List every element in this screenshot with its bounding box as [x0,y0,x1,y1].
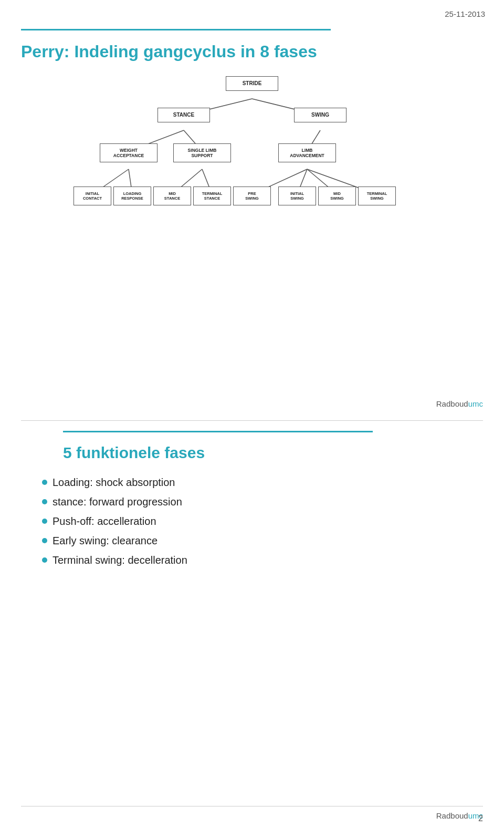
umc-text-top: umc [468,399,483,408]
radboud-text-bottom: Radboud [436,811,468,820]
list-item: Loading: shock absorption [42,477,483,489]
bullet-list: Loading: shock absorption stance: forwar… [42,477,483,566]
tree-node-weight-acceptance: WEIGHTACCEPTANCE [100,143,158,162]
bullet-dot [42,557,47,563]
bullet-dot [42,519,47,524]
tree-diagram: STRIDE STANCE SWING WEIGHTACCEPTANCE SIN… [74,76,430,239]
page-number: 2 [478,814,483,823]
tree-node-single-limb: SINGLE LIMBSUPPORT [173,143,231,162]
radboud-logo-top: Radboudumc [436,399,483,408]
tree-node-limb-advancement: LIMBADVANCEMENT [278,143,336,162]
bullet-dot [42,499,47,504]
tree-node-stride: STRIDE [226,76,278,91]
bottom-line [21,806,483,806]
tree-node-mid-stance: MIDSTANCE [153,187,191,205]
list-item: Early swing: clearance [42,535,483,547]
radboud-text-top: Radboud [436,399,468,408]
tree-node-pre-swing: PRESWING [233,187,271,205]
tree-node-loading-response: LOADINGRESPONSE [113,187,151,205]
tree-node-terminal-stance: TERMINALSTANCE [193,187,231,205]
bullet-dot [42,538,47,543]
tree-node-terminal-swing: TERMINALSWING [358,187,396,205]
list-item: Terminal swing: decelleration [42,554,483,566]
slide-top-title: Perry: Indeling gangcyclus in 8 fases [21,42,483,61]
radboud-logo-bottom: Radboudumc [436,811,483,820]
tree-node-initial-swing: INITIALSWING [278,187,316,205]
top-accent-line [21,29,331,30]
bullet-text: stance: forward progression [52,496,182,508]
tree-node-mid-swing: MIDSWING [318,187,356,205]
bullet-text: Early swing: clearance [52,535,158,547]
bullet-text: Loading: shock absorption [52,477,175,489]
tree-node-stance: STANCE [158,108,210,122]
slide-divider [21,420,483,421]
bullet-dot [42,480,47,485]
list-item: Push-off: accelleration [42,515,483,527]
bullet-text: Push-off: accelleration [52,515,156,527]
bullet-text: Terminal swing: decelleration [52,554,187,566]
list-item: stance: forward progression [42,496,483,508]
slide-bottom: 5 funktionele fases Loading: shock absor… [21,431,483,806]
tree-node-swing: SWING [294,108,346,122]
date-label: 25-11-2013 [445,9,485,18]
slide-bottom-title: 5 funktionele fases [63,444,483,462]
slide-top: Perry: Indeling gangcyclus in 8 fases [21,29,483,418]
bottom-accent-line [63,431,373,432]
tree-node-initial-contact: INITIALCONTACT [74,187,111,205]
